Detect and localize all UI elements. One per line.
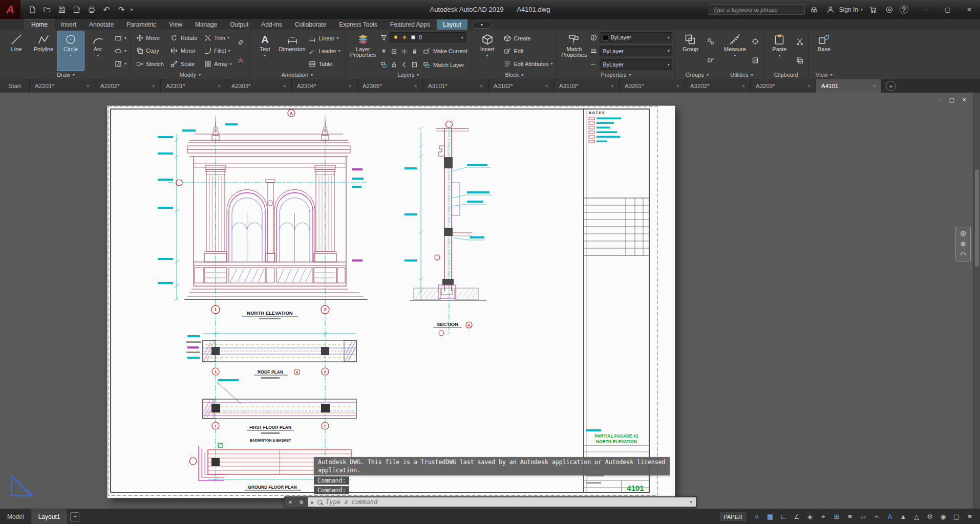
text-button[interactable]: A Text ▾ bbox=[252, 31, 279, 71]
help-button[interactable]: ? bbox=[900, 5, 908, 14]
search-button[interactable] bbox=[808, 4, 820, 16]
panel-title-clipboard[interactable]: Clipboard bbox=[765, 71, 807, 79]
panel-title-view[interactable]: View▾ bbox=[809, 71, 838, 79]
minimize-button[interactable]: ─ bbox=[915, 0, 937, 19]
tab-close-icon[interactable]: × bbox=[152, 83, 155, 89]
recent-commands-caret-icon[interactable]: ▾ bbox=[690, 499, 692, 505]
match-layer-button[interactable]: Match Layer bbox=[420, 60, 466, 70]
layer-freeze-icon[interactable] bbox=[400, 47, 409, 56]
pan-icon[interactable]: ⊕ bbox=[961, 241, 966, 248]
tab-close-icon[interactable]: × bbox=[349, 83, 352, 89]
tab-close-icon[interactable]: × bbox=[480, 83, 483, 89]
file-tab[interactable]: A2201*× bbox=[30, 79, 95, 93]
new-layout-button[interactable]: + bbox=[70, 512, 79, 521]
layer-isolate-icon[interactable] bbox=[390, 47, 398, 56]
object-color-dropdown[interactable]: ByLayer ▾ bbox=[600, 32, 672, 42]
file-tab[interactable]: A2202*× bbox=[95, 79, 161, 93]
base-button[interactable]: Base bbox=[811, 31, 837, 71]
mirror-button[interactable]: Mirror bbox=[168, 45, 199, 58]
stretch-button[interactable]: Stretch bbox=[133, 57, 166, 71]
layer-prev-icon[interactable] bbox=[400, 60, 409, 69]
file-tab[interactable]: A3201*× bbox=[620, 79, 685, 93]
tab-insert[interactable]: Insert bbox=[55, 19, 82, 30]
make-current-button[interactable]: Make Current bbox=[420, 47, 470, 56]
tab-close-icon[interactable]: × bbox=[87, 83, 90, 89]
panel-title-modify[interactable]: Modify▾ bbox=[132, 71, 248, 79]
tab-manage[interactable]: Manage bbox=[189, 19, 223, 30]
copy-clip-button[interactable] bbox=[793, 56, 806, 66]
tab-close-icon[interactable]: × bbox=[218, 83, 221, 89]
tab-close-icon[interactable]: × bbox=[611, 83, 614, 89]
panel-title-block[interactable]: Block▾ bbox=[473, 71, 556, 79]
move-button[interactable]: Move bbox=[133, 31, 166, 45]
file-tab[interactable]: A3202*× bbox=[685, 79, 751, 93]
open-file-button[interactable] bbox=[40, 3, 54, 16]
array-button[interactable]: Array▾ bbox=[201, 57, 233, 71]
model-tab[interactable]: Model bbox=[0, 509, 31, 524]
vertical-scrollbar[interactable] bbox=[973, 93, 980, 509]
group-edit-button[interactable] bbox=[704, 56, 717, 66]
transparency-toggle[interactable]: ▱ bbox=[857, 511, 869, 522]
layer-state-icon[interactable] bbox=[410, 60, 419, 69]
qat-customize-caret[interactable]: ▾ bbox=[131, 7, 133, 12]
ellipse-button[interactable]: ▾ bbox=[112, 46, 129, 56]
tab-home[interactable]: Home bbox=[25, 19, 54, 30]
leader-button[interactable]: Leader▾ bbox=[306, 46, 343, 56]
sign-in-button[interactable]: Sign In ▾ bbox=[824, 4, 863, 16]
tab-add-ins[interactable]: Add-ins bbox=[255, 19, 288, 30]
arc-button[interactable]: Arc ▾ bbox=[84, 31, 111, 71]
new-file-button[interactable] bbox=[26, 3, 39, 16]
drawing-canvas[interactable]: A 1 2 1 2 1 2 NORTH ELEVATION bbox=[0, 93, 980, 509]
tab-close-icon[interactable]: × bbox=[545, 83, 548, 89]
linetype-icon[interactable] bbox=[589, 60, 598, 69]
circle-button[interactable]: Circle ▾ bbox=[57, 31, 84, 71]
fillet-button[interactable]: Fillet▾ bbox=[201, 45, 233, 58]
scrollbar-thumb[interactable] bbox=[975, 169, 979, 267]
new-drawing-button[interactable]: + bbox=[886, 81, 896, 91]
autocad-app-menu-button[interactable]: A bbox=[0, 0, 20, 19]
scale-button[interactable]: Scale bbox=[168, 57, 199, 71]
customization-button[interactable]: ≡ bbox=[964, 511, 976, 522]
polyline-button[interactable]: Polyline bbox=[30, 31, 57, 71]
file-tab-active[interactable]: A4101× bbox=[816, 79, 882, 93]
measure-button[interactable]: Measure ▾ bbox=[721, 31, 748, 71]
hatch-button[interactable]: ▾ bbox=[112, 59, 129, 69]
copy-button[interactable]: Copy bbox=[133, 45, 166, 58]
layer-off-icon[interactable] bbox=[379, 47, 388, 56]
tab-close-icon[interactable]: × bbox=[807, 83, 811, 89]
ribbon-display-button[interactable]: ▾ bbox=[472, 21, 492, 29]
file-tab[interactable]: A2301*× bbox=[161, 79, 226, 93]
file-tab[interactable]: A3101*× bbox=[423, 79, 488, 93]
orbit-icon[interactable]: ◠ bbox=[960, 251, 966, 258]
file-tab-start[interactable]: Start bbox=[0, 79, 30, 93]
panel-title-utilities[interactable]: Utilities▾ bbox=[720, 71, 762, 79]
ortho-toggle[interactable]: ∟ bbox=[777, 511, 790, 522]
drawing-close-button[interactable]: ✕ bbox=[962, 97, 967, 103]
stay-connected-button[interactable] bbox=[883, 4, 896, 16]
edit-attributes-button[interactable]: Edit Attributes▾ bbox=[501, 59, 555, 69]
rectangle-button[interactable]: ▾ bbox=[112, 33, 129, 43]
create-block-button[interactable]: Create bbox=[501, 33, 555, 43]
steering-wheel-icon[interactable]: ◎ bbox=[960, 230, 966, 237]
panel-title-groups[interactable]: Groups▾ bbox=[676, 71, 718, 79]
table-button[interactable]: Table bbox=[306, 59, 343, 69]
tab-featured-apps[interactable]: Featured Apps bbox=[384, 19, 436, 30]
close-button[interactable]: ✕ bbox=[958, 0, 980, 19]
polar-tracking-toggle[interactable]: ∠ bbox=[791, 511, 803, 522]
explode-button[interactable] bbox=[235, 56, 247, 66]
lineweight-dropdown[interactable]: ByLayer ▾ bbox=[600, 46, 672, 56]
maximize-button[interactable]: ▢ bbox=[937, 0, 958, 19]
tab-parametric[interactable]: Parametric bbox=[120, 19, 162, 30]
drawing-restore-button[interactable]: ▢ bbox=[949, 97, 954, 103]
panel-title-layers[interactable]: Layers▾ bbox=[346, 71, 471, 79]
tab-express-tools[interactable]: Express Tools bbox=[333, 19, 383, 30]
command-input-field[interactable]: ▸ ▾ bbox=[308, 497, 696, 507]
grid-toggle[interactable]: ⌗ bbox=[751, 511, 763, 522]
file-tab[interactable]: A2304*× bbox=[292, 79, 357, 93]
layer-unlock-icon[interactable] bbox=[390, 60, 398, 69]
tab-close-icon[interactable]: × bbox=[873, 83, 876, 89]
command-close-button[interactable]: ✕ bbox=[285, 497, 296, 507]
tab-close-icon[interactable]: × bbox=[742, 83, 745, 89]
layout1-tab[interactable]: Layout1 bbox=[31, 509, 68, 524]
save-button[interactable] bbox=[55, 3, 69, 16]
